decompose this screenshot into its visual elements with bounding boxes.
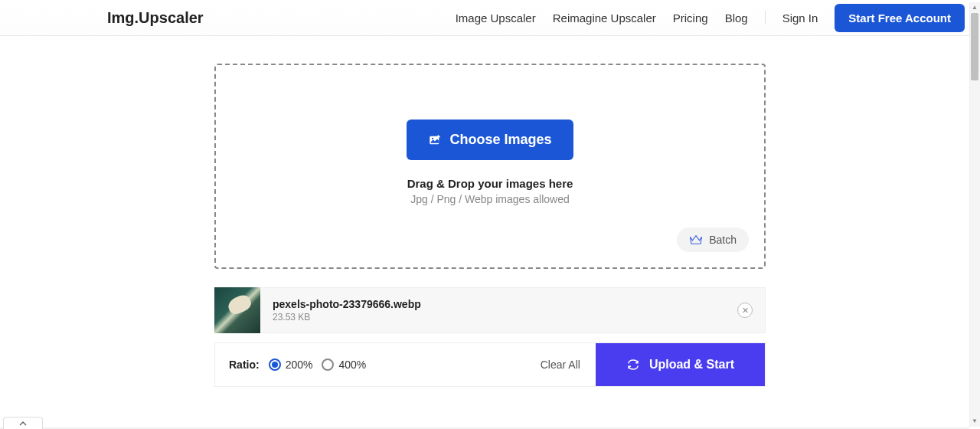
refresh-icon bbox=[626, 359, 640, 371]
close-icon: ✕ bbox=[742, 306, 749, 316]
ratio-200-option[interactable]: 200% bbox=[269, 359, 313, 371]
ratio-400-option[interactable]: 400% bbox=[322, 359, 366, 371]
nav: Image Upscaler Reimagine Upscaler Pricin… bbox=[456, 4, 965, 32]
upload-start-button[interactable]: Upload & Start bbox=[596, 343, 765, 386]
nav-blog[interactable]: Blog bbox=[725, 11, 748, 25]
scroll-thumb[interactable] bbox=[971, 13, 978, 80]
expand-tab[interactable] bbox=[3, 417, 43, 429]
radio-checked-icon bbox=[269, 359, 281, 371]
controls-row: Ratio: 200% 400% Clear All Upload & Star… bbox=[214, 342, 766, 387]
nav-divider bbox=[765, 11, 766, 25]
file-name: pexels-photo-23379666.webp bbox=[273, 298, 421, 310]
crown-icon bbox=[689, 234, 703, 245]
batch-label: Batch bbox=[709, 234, 737, 246]
choose-images-label: Choose Images bbox=[449, 132, 551, 148]
choose-images-button[interactable]: Choose Images bbox=[407, 120, 573, 160]
scrollbar[interactable]: ▲ ▼ bbox=[969, 2, 980, 427]
file-info: pexels-photo-23379666.webp 23.53 KB ✕ bbox=[260, 287, 766, 333]
main-content: Choose Images Drag & Drop your images he… bbox=[214, 64, 766, 387]
upload-start-label: Upload & Start bbox=[649, 358, 734, 372]
header: Img.Upscaler Image Upscaler Reimagine Up… bbox=[0, 0, 980, 36]
logo[interactable]: Img.Upscaler bbox=[107, 9, 204, 27]
drag-drop-text: Drag & Drop your images here bbox=[407, 177, 573, 190]
ratio-400-label: 400% bbox=[338, 359, 366, 371]
svg-point-1 bbox=[432, 137, 433, 139]
file-row: pexels-photo-23379666.webp 23.53 KB ✕ bbox=[214, 287, 766, 333]
file-size: 23.53 KB bbox=[273, 312, 421, 323]
scroll-down-icon[interactable]: ▼ bbox=[971, 418, 978, 425]
nav-reimagine-upscaler[interactable]: Reimagine Upscaler bbox=[553, 11, 656, 25]
batch-button[interactable]: Batch bbox=[677, 228, 749, 252]
file-meta: pexels-photo-23379666.webp 23.53 KB bbox=[273, 298, 421, 323]
ratio-200-label: 200% bbox=[286, 359, 313, 371]
file-thumbnail bbox=[214, 287, 260, 333]
ratio-label: Ratio: bbox=[229, 359, 260, 371]
chevron-up-icon bbox=[18, 421, 28, 427]
scroll-up-icon[interactable]: ▲ bbox=[971, 4, 978, 11]
clear-all-button[interactable]: Clear All bbox=[525, 343, 596, 386]
formats-text: Jpg / Png / Webp images allowed bbox=[410, 193, 570, 205]
dropzone[interactable]: Choose Images Drag & Drop your images he… bbox=[214, 64, 766, 269]
remove-file-button[interactable]: ✕ bbox=[737, 303, 753, 318]
ratio-section: Ratio: 200% 400% bbox=[215, 343, 380, 386]
nav-image-upscaler[interactable]: Image Upscaler bbox=[456, 11, 536, 25]
start-free-button[interactable]: Start Free Account bbox=[835, 4, 965, 32]
image-add-icon bbox=[428, 133, 442, 147]
radio-unchecked-icon bbox=[322, 359, 334, 371]
sign-in-link[interactable]: Sign In bbox=[782, 11, 818, 25]
nav-pricing[interactable]: Pricing bbox=[673, 11, 708, 25]
